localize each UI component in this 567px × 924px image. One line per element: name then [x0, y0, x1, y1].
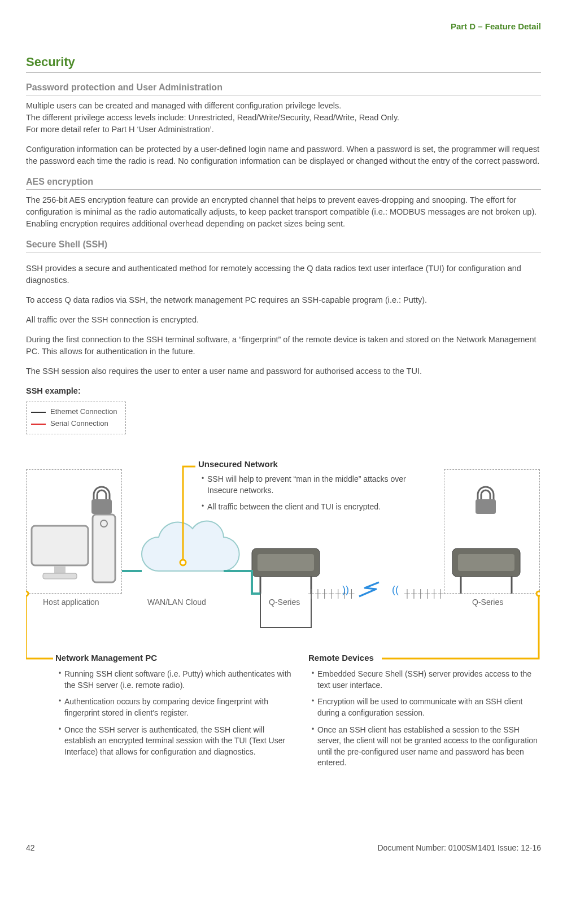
section-title: Security	[26, 53, 541, 73]
wave-icon: ))	[392, 582, 399, 597]
heading-aes: AES encryption	[26, 175, 541, 190]
svg-rect-2	[43, 573, 77, 579]
bullet: All traffic between the client and TUI i…	[202, 502, 407, 513]
callout-title: Remote Devices	[308, 652, 540, 664]
wave-icon: ))	[342, 582, 349, 597]
para: To access Q data radios via SSH, the net…	[26, 294, 541, 306]
bullet: SSH will help to prevent “man in the mid…	[202, 474, 407, 496]
label-qseries1: Q-Series	[269, 596, 300, 608]
svg-rect-1	[54, 566, 66, 573]
callout-title: Unsecured Network	[198, 458, 407, 470]
svg-rect-0	[32, 526, 88, 565]
bullet: Encryption will be used to communicate w…	[312, 696, 540, 718]
para: During the first connection to the SSH t…	[26, 334, 541, 358]
svg-rect-5	[91, 499, 112, 514]
part-header: Part D – Feature Detail	[26, 20, 541, 33]
para: SSH provides a secure and authenticated …	[26, 263, 541, 286]
svg-rect-3	[93, 515, 115, 582]
para: The SSH session also requires the user t…	[26, 365, 541, 377]
heading-password: Password protection and User Administrat…	[26, 81, 541, 95]
bullet: Authentication occurs by comparing devic…	[59, 696, 293, 718]
callout-unsecured: Unsecured Network SSH will help to preve…	[198, 458, 407, 518]
doc-number: Document Number: 0100SM1401 Issue: 12-16	[378, 842, 542, 853]
para: The different privilege access levels in…	[26, 112, 541, 124]
label-qseries2: Q-Series	[472, 596, 503, 608]
callout-nmpc: Network Management PC Running SSH client…	[55, 652, 293, 763]
page-number: 42	[26, 842, 35, 853]
bullet: Running SSH client software (i.e. Putty)…	[59, 669, 293, 691]
antenna-ticks: ┼┼┼┼┼┼	[404, 588, 445, 599]
label-host: Host application	[43, 596, 99, 608]
para: All traffic over the SSH connection is e…	[26, 314, 541, 326]
label-cloud: WAN/LAN Cloud	[147, 596, 206, 608]
bullet: Embedded Secure Shell (SSH) server provi…	[312, 669, 540, 691]
ssh-diagram: Ethernet Connection Serial Connection	[26, 402, 540, 808]
heading-ssh: Secure Shell (SSH)	[26, 238, 541, 252]
bullet: Once an SSH client has established a ses…	[312, 725, 540, 769]
svg-point-17	[26, 591, 28, 596]
bullet: Once the SSH server is authenticated, th…	[59, 725, 293, 758]
para: For more detail refer to Part H ‘User Ad…	[26, 124, 541, 136]
para: Configuration information can be protect…	[26, 143, 541, 167]
svg-rect-12	[458, 554, 514, 571]
para: The 256-bit AES encryption feature can p…	[26, 194, 541, 230]
svg-point-16	[180, 560, 186, 565]
ssh-example-label: SSH example:	[26, 385, 541, 397]
para: Multiple users can be created and manage…	[26, 100, 541, 112]
svg-rect-6	[476, 499, 496, 514]
callout-title: Network Management PC	[55, 652, 293, 664]
svg-point-18	[537, 591, 540, 596]
callout-remote: Remote Devices Embedded Secure Shell (SS…	[308, 652, 540, 774]
footer: 42 Document Number: 0100SM1401 Issue: 12…	[26, 842, 541, 853]
svg-rect-8	[258, 554, 314, 571]
